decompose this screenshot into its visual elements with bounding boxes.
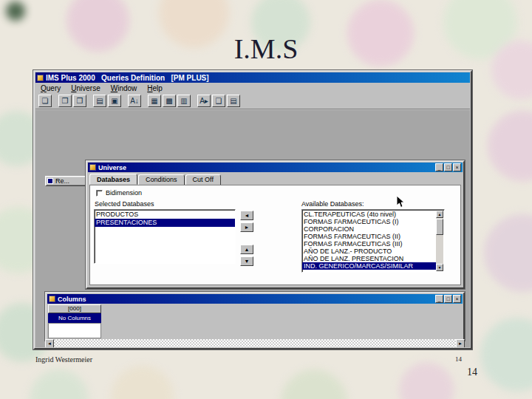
columns-grid-empty-cell[interactable] <box>48 323 101 338</box>
columns-grid-header[interactable]: [000] <box>48 304 101 313</box>
menu-bar: QueryUniverseWindowHelp <box>35 83 470 93</box>
summary-view-icon[interactable]: ▥ <box>177 95 191 107</box>
bidimension-checkbox[interactable]: Bidimension <box>96 189 142 197</box>
columns-window-icon <box>49 296 55 302</box>
background-window-title: Re... <box>55 177 69 185</box>
databases-tab-page: Bidimension Selected Databases PRODUCTOS… <box>89 185 461 285</box>
app-title: IMS Plus 2000 Queries Definition [PM PLU… <box>46 74 209 82</box>
pill-shape <box>480 318 532 392</box>
font-run-icon[interactable]: A▸ <box>197 95 211 107</box>
available-list-scrollbar[interactable]: ▲ ▼ <box>436 211 443 271</box>
list-item[interactable]: PRODUCTOS <box>95 211 235 219</box>
menu-query[interactable]: Query <box>35 84 66 92</box>
footer-number: 14 <box>455 355 462 363</box>
pill-shape <box>30 369 89 399</box>
close-button[interactable]: × <box>453 295 461 303</box>
move-down-button[interactable]: ▼ <box>240 256 253 266</box>
available-databases-list[interactable]: ▲ ▼ CL.TERAPEUTICAS (4to nivel)FORMAS FA… <box>301 209 445 273</box>
columns-window: Columns _□× [000] No Columns <box>45 292 465 341</box>
menu-help[interactable]: Help <box>142 84 168 92</box>
cascade-windows-icon[interactable]: ❑ <box>212 95 225 107</box>
mouse-cursor <box>396 195 405 211</box>
print-icon[interactable]: ▤ <box>93 95 106 107</box>
app-titlebar[interactable]: IMS Plus 2000 Queries Definition [PM PLU… <box>35 72 470 83</box>
list-item[interactable]: PRESENTACIONES <box>95 219 235 227</box>
list-item[interactable]: CL.TERAPEUTICAS (4to nivel) <box>302 211 437 218</box>
checkbox-icon[interactable] <box>96 190 103 197</box>
columns-window-controls: _□× <box>435 295 461 303</box>
close-button[interactable]: × <box>453 163 461 171</box>
columns-grid-row[interactable]: No Columns <box>48 313 101 323</box>
scroll-right-icon[interactable]: ► <box>456 339 465 347</box>
pill-shape <box>488 111 532 181</box>
list-item[interactable]: CORPORACION <box>302 225 437 233</box>
pill-shape <box>111 366 174 399</box>
list-item[interactable]: IND. GENERICO/MARCAS/SIMILAR <box>302 262 437 270</box>
available-databases-label: Available Databases: <box>301 200 364 208</box>
app-window: IMS Plus 2000 Queries Definition [PM PLU… <box>33 70 472 349</box>
universe-title: Universe <box>98 164 126 171</box>
columns-title: Columns <box>58 296 86 303</box>
list-item[interactable]: FORMAS FARMACEUTICAS (I) <box>302 218 437 225</box>
pill-shape <box>6 1 25 21</box>
print-data-icon[interactable]: ▤ <box>227 95 240 107</box>
footer-author: Ingrid Westermeier <box>35 355 92 364</box>
background-window-fragment[interactable]: Re... <box>45 176 86 186</box>
table-view-icon[interactable]: ▦ <box>148 95 161 107</box>
scrollbar-thumb[interactable] <box>436 219 443 235</box>
mdi-client-area: Re... Universe _□× DatabasesConditionsCu… <box>35 110 470 347</box>
minimize-button[interactable]: _ <box>435 163 443 171</box>
menu-window[interactable]: Window <box>106 84 143 92</box>
pill-shape <box>399 362 454 399</box>
tab-cut-off[interactable]: Cut Off <box>185 174 221 185</box>
list-item[interactable]: AÑO DE LANZ.- PRODUCTO <box>302 248 437 255</box>
list-item[interactable]: FORMAS FARMACEUTICAS (III) <box>302 240 437 248</box>
universe-window: Universe _□× DatabasesConditionsCut Off … <box>86 160 465 289</box>
minimize-button[interactable]: _ <box>435 295 443 303</box>
universe-window-icon <box>89 164 96 171</box>
window-icon <box>47 178 53 184</box>
tab-databases[interactable]: Databases <box>89 174 137 185</box>
pill-shape <box>484 214 532 292</box>
new-document-icon[interactable]: ❏ <box>38 95 52 107</box>
universe-window-controls: _□× <box>435 163 461 171</box>
bidimension-label: Bidimension <box>106 189 142 197</box>
move-right-button[interactable]: ► <box>240 222 253 232</box>
universe-titlebar[interactable]: Universe _□× <box>88 163 463 172</box>
slide-title: I.M.S <box>0 33 532 65</box>
universe-tabs: DatabasesConditionsCut Off <box>89 174 222 185</box>
scroll-left-icon[interactable]: ◄ <box>45 339 54 347</box>
app-icon <box>37 75 44 81</box>
save-query-icon[interactable]: ❒ <box>73 95 86 107</box>
selected-databases-list[interactable]: PRODUCTOSPRESENTACIONES <box>94 209 236 264</box>
toolbar: ❏❐❒▤▣A↓▦▩▥A▸❑▤ <box>35 93 470 109</box>
pill-shape <box>281 369 347 399</box>
sort-az-icon[interactable]: A↓ <box>128 95 141 107</box>
slide: I.M.S IMS Plus 2000 Queries Definition [… <box>0 0 532 399</box>
tab-conditions[interactable]: Conditions <box>138 174 185 185</box>
list-item[interactable]: AÑO DE LANZ. PRESENTACION <box>302 255 437 262</box>
menu-universe[interactable]: Universe <box>66 84 105 92</box>
move-left-button[interactable]: ◄ <box>240 211 253 220</box>
horizontal-scrollbar[interactable]: ◄ ► <box>45 339 465 347</box>
scroll-up-icon[interactable]: ▲ <box>436 211 443 218</box>
page-number: 14 <box>467 366 477 378</box>
grid-view-icon[interactable]: ▩ <box>163 95 176 107</box>
move-up-button[interactable]: ▲ <box>240 245 253 254</box>
preview-icon[interactable]: ▣ <box>108 95 121 107</box>
maximize-button[interactable]: □ <box>444 295 452 303</box>
open-query-icon[interactable]: ❐ <box>58 95 72 107</box>
list-item[interactable]: FORMAS FARMACEUTICAS (II) <box>302 233 437 240</box>
selected-databases-label: Selected Databases <box>95 200 154 208</box>
scroll-down-icon[interactable]: ▼ <box>436 264 443 271</box>
columns-titlebar[interactable]: Columns _□× <box>47 294 463 304</box>
maximize-button[interactable]: □ <box>444 163 452 171</box>
